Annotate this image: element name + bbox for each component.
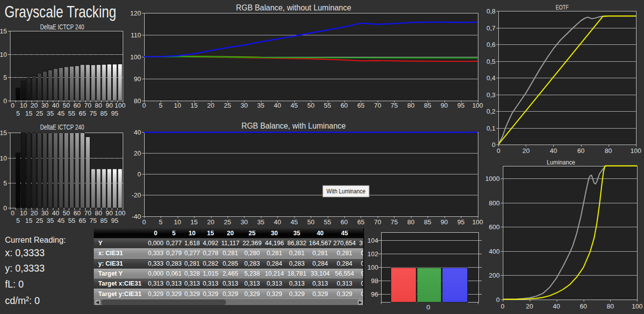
svg-text:5: 5 bbox=[16, 217, 19, 224]
svg-text:80: 80 bbox=[95, 102, 102, 109]
svg-text:90: 90 bbox=[440, 102, 447, 109]
svg-text:65: 65 bbox=[357, 102, 364, 109]
svg-text:0: 0 bbox=[3, 204, 7, 212]
svg-text:30: 30 bbox=[41, 209, 48, 217]
svg-text:85: 85 bbox=[100, 110, 107, 117]
svg-text:95: 95 bbox=[457, 102, 464, 109]
svg-text:80: 80 bbox=[134, 97, 141, 105]
svg-text:100: 100 bbox=[115, 209, 126, 217]
svg-text:55: 55 bbox=[68, 110, 75, 117]
svg-text:10: 10 bbox=[20, 102, 27, 109]
svg-text:40: 40 bbox=[134, 129, 141, 136]
svg-text:-40: -40 bbox=[132, 213, 141, 220]
svg-text:20: 20 bbox=[207, 218, 214, 226]
svg-text:-20: -20 bbox=[132, 191, 141, 199]
svg-text:75: 75 bbox=[391, 218, 398, 226]
svg-text:85: 85 bbox=[424, 102, 431, 109]
svg-text:50: 50 bbox=[307, 102, 314, 109]
svg-text:25: 25 bbox=[36, 110, 43, 117]
svg-text:15: 15 bbox=[191, 218, 198, 226]
svg-text:60: 60 bbox=[580, 303, 587, 310]
svg-text:0: 0 bbox=[497, 147, 500, 155]
svg-text:100: 100 bbox=[472, 102, 483, 109]
svg-text:0: 0 bbox=[138, 170, 141, 178]
svg-text:20: 20 bbox=[207, 102, 214, 109]
svg-text:60: 60 bbox=[73, 209, 80, 217]
svg-text:110: 110 bbox=[131, 31, 141, 39]
svg-text:55: 55 bbox=[68, 217, 75, 224]
svg-text:5: 5 bbox=[3, 179, 7, 187]
svg-text:0,8: 0,8 bbox=[486, 7, 495, 15]
svg-text:120: 120 bbox=[130, 9, 141, 17]
svg-text:400: 400 bbox=[489, 248, 500, 255]
svg-text:10: 10 bbox=[0, 155, 7, 162]
svg-text:35: 35 bbox=[257, 218, 264, 226]
svg-text:40: 40 bbox=[274, 218, 281, 226]
svg-text:0: 0 bbox=[492, 141, 495, 149]
svg-text:100: 100 bbox=[367, 264, 378, 271]
svg-text:15: 15 bbox=[25, 217, 32, 224]
svg-text:20: 20 bbox=[30, 102, 37, 109]
svg-text:90: 90 bbox=[106, 209, 113, 217]
svg-text:20: 20 bbox=[526, 303, 533, 310]
svg-text:50: 50 bbox=[63, 102, 70, 109]
svg-text:DeltaE ICTCP 240: DeltaE ICTCP 240 bbox=[40, 123, 84, 131]
svg-text:85: 85 bbox=[100, 217, 107, 224]
svg-text:55: 55 bbox=[324, 218, 331, 226]
svg-text:80: 80 bbox=[408, 218, 415, 226]
svg-text:45: 45 bbox=[290, 218, 297, 226]
svg-text:10: 10 bbox=[174, 218, 181, 226]
svg-text:45: 45 bbox=[290, 102, 297, 109]
svg-text:90: 90 bbox=[106, 102, 113, 109]
svg-text:100: 100 bbox=[631, 147, 642, 155]
svg-text:1000: 1000 bbox=[485, 175, 500, 182]
svg-text:96: 96 bbox=[371, 291, 378, 298]
svg-text:10: 10 bbox=[0, 51, 7, 58]
svg-text:60: 60 bbox=[341, 102, 348, 109]
svg-text:55: 55 bbox=[324, 102, 331, 109]
svg-text:0,3: 0,3 bbox=[486, 91, 495, 99]
svg-text:98: 98 bbox=[371, 277, 378, 285]
svg-text:0: 0 bbox=[142, 218, 146, 226]
svg-text:60: 60 bbox=[73, 102, 80, 109]
svg-text:50: 50 bbox=[63, 209, 70, 217]
svg-text:70: 70 bbox=[374, 102, 381, 109]
svg-text:80: 80 bbox=[408, 102, 415, 109]
svg-text:0: 0 bbox=[3, 97, 7, 105]
svg-text:20: 20 bbox=[30, 209, 37, 217]
svg-text:95: 95 bbox=[111, 217, 118, 224]
svg-text:15: 15 bbox=[0, 129, 7, 137]
svg-text:0: 0 bbox=[11, 209, 14, 217]
svg-text:75: 75 bbox=[391, 102, 398, 109]
svg-text:0,5: 0,5 bbox=[486, 58, 495, 65]
svg-text:20: 20 bbox=[134, 150, 141, 157]
svg-text:65: 65 bbox=[79, 110, 86, 117]
svg-text:0: 0 bbox=[11, 102, 14, 109]
svg-text:40: 40 bbox=[52, 102, 59, 109]
svg-text:50: 50 bbox=[307, 218, 314, 226]
svg-text:5: 5 bbox=[159, 102, 163, 109]
svg-text:200: 200 bbox=[489, 272, 500, 279]
svg-text:RGB Balance, without Luminance: RGB Balance, without Luminance bbox=[236, 3, 351, 12]
svg-text:10: 10 bbox=[174, 102, 181, 109]
svg-text:40: 40 bbox=[274, 102, 281, 109]
svg-text:80: 80 bbox=[605, 147, 612, 155]
svg-text:102: 102 bbox=[367, 250, 378, 258]
svg-text:65: 65 bbox=[79, 217, 86, 224]
svg-text:With Luminance: With Luminance bbox=[327, 188, 366, 195]
svg-text:DeltaE ICTCP 240: DeltaE ICTCP 240 bbox=[40, 23, 84, 31]
svg-text:15: 15 bbox=[191, 102, 198, 109]
svg-text:65: 65 bbox=[357, 218, 364, 226]
svg-text:0,7: 0,7 bbox=[486, 24, 495, 32]
svg-text:25: 25 bbox=[224, 218, 231, 226]
svg-text:RGB Balance, with Luminance: RGB Balance, with Luminance bbox=[241, 121, 346, 130]
svg-text:75: 75 bbox=[90, 217, 97, 224]
svg-text:35: 35 bbox=[46, 217, 53, 224]
svg-text:0: 0 bbox=[427, 304, 430, 311]
svg-text:60: 60 bbox=[341, 218, 348, 226]
svg-text:5: 5 bbox=[16, 110, 19, 117]
svg-text:95: 95 bbox=[111, 110, 118, 117]
svg-text:5: 5 bbox=[3, 74, 7, 81]
svg-text:15: 15 bbox=[0, 27, 7, 35]
svg-text:45: 45 bbox=[57, 217, 64, 224]
